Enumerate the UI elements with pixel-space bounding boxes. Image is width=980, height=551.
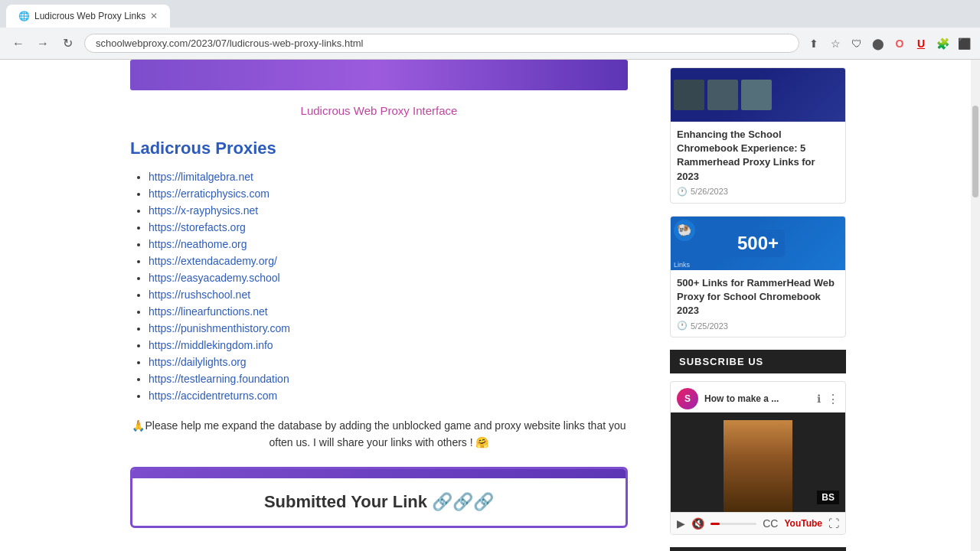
url-text: schoolwebproxy.com/2023/07/ludicrous-web… — [96, 37, 788, 49]
list-item: https://accidentreturns.com — [149, 390, 628, 402]
yt-progress-bar[interactable] — [710, 523, 756, 525]
list-item: https://punishmenthistory.com — [149, 322, 628, 334]
card1-thumbnail — [671, 68, 845, 122]
proxy-link[interactable]: https://linearfunctions.net — [149, 305, 268, 318]
card1-date: 🕐 5/26/2023 — [677, 187, 839, 197]
subscribe-header: SUBSCRIBE US — [670, 350, 846, 373]
proxy-link[interactable]: https://easyacademy.school — [149, 272, 280, 284]
list-item: https://easyacademy.school — [149, 272, 628, 284]
clock-icon: 🕐 — [677, 187, 688, 197]
yt-avatar: S — [677, 388, 698, 409]
help-text: 🙏Please help me expand the database by a… — [130, 417, 628, 452]
extensions-icon[interactable]: 🧩 — [934, 35, 951, 52]
proxy-link[interactable]: https://x-rayphysics.net — [149, 204, 258, 217]
scrollbar[interactable] — [971, 60, 980, 551]
card2-date: 🕐 5/25/2023 — [677, 321, 839, 331]
share-icon[interactable]: ⬆ — [805, 35, 822, 52]
list-item: https://x-rayphysics.net — [149, 204, 628, 217]
proxy-link[interactable]: https://testlearning.foundation — [149, 373, 289, 385]
browser-tab[interactable]: 🌐 Ludicrous Web Proxy Links ✕ — [6, 5, 170, 28]
featured-header: FEATURED POST — [670, 547, 846, 551]
proxy-links-list: https://limitalgebra.nethttps://erraticp… — [130, 171, 628, 402]
proxy-link[interactable]: https://accidentreturns.com — [149, 390, 277, 402]
window-icon[interactable]: ⬛ — [956, 35, 972, 52]
youtube-embed[interactable]: S How to make a ... ℹ ⋮ BS ▶ 🔇 CC YouTub — [670, 381, 846, 535]
yt-menu-icon[interactable]: ⋮ — [827, 392, 839, 406]
yt-mute-button[interactable]: 🔇 — [691, 517, 704, 530]
list-item: https://middlekingdom.info — [149, 339, 628, 351]
proxy-link[interactable]: https://erraticphysics.com — [149, 187, 270, 200]
banner-text: Ludicrous Web Proxy Interface — [130, 95, 628, 123]
yt-controls: ▶ 🔇 CC YouTube ⛶ — [671, 512, 845, 534]
yt-info-icon[interactable]: ℹ — [817, 393, 821, 405]
card2-title: 500+ Links for RammerHead Web Proxy for … — [677, 276, 839, 318]
main-heading: Ladicrous Proxies — [130, 139, 628, 158]
proxy-link[interactable]: https://dailylights.org — [149, 356, 247, 368]
list-item: https://dailylights.org — [149, 356, 628, 368]
sidebar-card-1[interactable]: Enhancing the School Chromebook Experien… — [670, 67, 846, 204]
shield-icon[interactable]: 🛡 — [848, 35, 865, 52]
yt-logo: YouTube — [784, 518, 822, 529]
list-item: https://extendacademy.org/ — [149, 255, 628, 267]
browser-toolbar: ← → ↻ schoolwebproxy.com/2023/07/ludicro… — [0, 28, 980, 60]
tab-close-button[interactable]: ✕ — [150, 11, 158, 21]
yt-fullscreen-button[interactable]: ⛶ — [828, 517, 839, 530]
scrollbar-thumb[interactable] — [972, 106, 978, 197]
list-item: https://rushschool.net — [149, 289, 628, 301]
proxy-link[interactable]: https://extendacademy.org/ — [149, 255, 277, 267]
submit-box-title: Submitted Your Link 🔗🔗🔗 — [132, 478, 626, 526]
proxy-link[interactable]: https://limitalgebra.net — [149, 171, 253, 183]
list-item: https://limitalgebra.net — [149, 171, 628, 183]
card1-title: Enhancing the School Chromebook Experien… — [677, 128, 839, 184]
refresh-button[interactable]: ↻ — [57, 33, 78, 54]
opera-icon[interactable]: O — [891, 35, 908, 52]
yt-bs-badge: BS — [817, 491, 839, 504]
list-item: https://erraticphysics.com — [149, 187, 628, 200]
yt-progress-fill — [710, 523, 720, 525]
proxy-link[interactable]: https://middlekingdom.info — [149, 339, 273, 351]
yt-cc-button[interactable]: CC — [763, 517, 778, 530]
card2-thumbnail: 500+ Links 🐏 — [671, 217, 845, 270]
sidebar-card-2[interactable]: 500+ Links 🐏 500+ Links for RammerHead W… — [670, 216, 846, 338]
yt-video-area: BS — [671, 412, 845, 512]
yt-video-title: How to make a ... — [704, 393, 811, 404]
forward-button[interactable]: → — [32, 33, 54, 54]
submit-box-header — [132, 469, 626, 478]
clock-icon-2: 🕐 — [677, 321, 688, 331]
bookmark-icon[interactable]: ☆ — [827, 35, 844, 52]
list-item: https://neathome.org — [149, 238, 628, 250]
submit-box[interactable]: Submitted Your Link 🔗🔗🔗 — [130, 467, 628, 528]
list-item: https://linearfunctions.net — [149, 305, 628, 318]
list-item: https://storefacts.org — [149, 221, 628, 233]
proxy-link[interactable]: https://rushschool.net — [149, 289, 250, 301]
sidebar: Enhancing the School Chromebook Experien… — [658, 60, 858, 551]
tab-favicon: 🌐 — [18, 11, 30, 21]
proxy-link[interactable]: https://punishmenthistory.com — [149, 322, 290, 334]
proxy-link[interactable]: https://neathome.org — [149, 238, 247, 250]
back-button[interactable]: ← — [8, 33, 29, 54]
circle-icon[interactable]: ⬤ — [870, 35, 887, 52]
proxy-link[interactable]: https://storefacts.org — [149, 221, 246, 233]
tab-title: Ludicrous Web Proxy Links — [34, 11, 145, 21]
list-item: https://testlearning.foundation — [149, 373, 628, 385]
yt-play-button[interactable]: ▶ — [677, 517, 685, 530]
address-bar[interactable]: schoolwebproxy.com/2023/07/ludicrous-web… — [84, 34, 799, 53]
underline-icon[interactable]: U — [913, 35, 929, 52]
yt-top-bar: S How to make a ... ℹ ⋮ — [671, 382, 845, 412]
top-banner-image — [130, 60, 628, 90]
main-content: Ludicrous Web Proxy Interface Ladicrous … — [0, 60, 658, 551]
